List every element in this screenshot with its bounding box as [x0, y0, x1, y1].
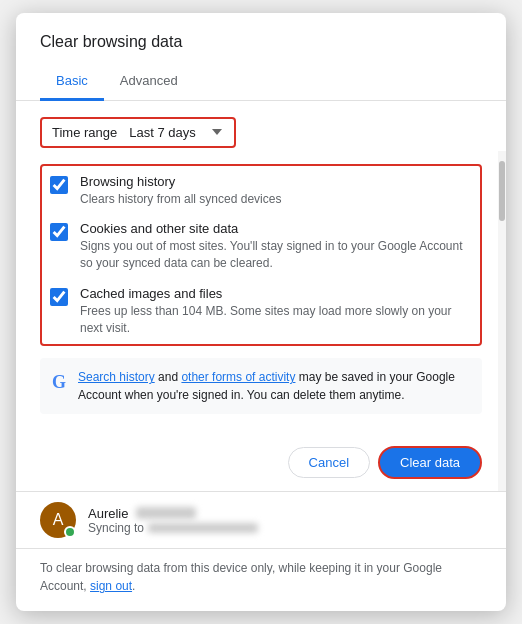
browsing-history-title: Browsing history [80, 174, 472, 189]
account-sync: Syncing to [88, 521, 482, 535]
account-name: Aurelie [88, 506, 482, 521]
cached-checkbox-wrapper[interactable] [50, 288, 68, 309]
sign-out-link[interactable]: sign out [90, 579, 132, 593]
bottom-note: To clear browsing data from this device … [16, 548, 506, 611]
account-name-text: Aurelie [88, 506, 128, 521]
cookies-checkbox-wrapper[interactable] [50, 223, 68, 244]
time-range-label: Time range [52, 125, 117, 140]
info-text-middle: and [155, 370, 182, 384]
checkboxes-section: Browsing history Clears history from all… [40, 164, 482, 347]
account-name-blurred [136, 507, 196, 519]
checkbox-item-cached: Cached images and files Frees up less th… [50, 286, 472, 337]
dialog-body: Time range Last 7 days Last hour Last 24… [16, 101, 506, 439]
browsing-history-desc: Clears history from all synced devices [80, 191, 472, 208]
other-forms-link[interactable]: other forms of activity [181, 370, 295, 384]
account-section: A Aurelie Syncing to [16, 491, 506, 548]
cached-desc: Frees up less than 104 MB. Some sites ma… [80, 303, 472, 337]
time-range-select[interactable]: Last 7 days Last hour Last 24 hours Last… [129, 125, 224, 140]
cookies-title: Cookies and other site data [80, 221, 472, 236]
checkbox-item-browsing-history: Browsing history Clears history from all… [50, 174, 472, 208]
clear-browsing-data-dialog: Clear browsing data Basic Advanced Time … [16, 13, 506, 612]
account-email-blurred [148, 523, 258, 533]
clear-data-button[interactable]: Clear data [378, 446, 482, 479]
cancel-button[interactable]: Cancel [288, 447, 370, 478]
cookies-checkbox[interactable] [50, 223, 68, 241]
dialog-title: Clear browsing data [16, 13, 506, 51]
cookies-desc: Signs you out of most sites. You'll stay… [80, 238, 472, 272]
tabs-container: Basic Advanced [16, 63, 506, 101]
info-text: Search history and other forms of activi… [78, 368, 470, 404]
info-box: G Search history and other forms of acti… [40, 358, 482, 414]
google-g-icon: G [52, 369, 66, 396]
time-range-row: Time range Last 7 days Last hour Last 24… [40, 117, 236, 148]
browsing-history-checkbox[interactable] [50, 176, 68, 194]
bottom-note-text-after: . [132, 579, 135, 593]
checkbox-item-cookies: Cookies and other site data Signs you ou… [50, 221, 472, 272]
sync-prefix: Syncing to [88, 521, 144, 535]
cached-checkbox[interactable] [50, 288, 68, 306]
browsing-history-checkbox-wrapper[interactable] [50, 176, 68, 197]
scrollbar-track[interactable] [498, 151, 506, 491]
account-info: Aurelie Syncing to [88, 506, 482, 535]
scrollbar-thumb [499, 161, 505, 221]
tab-basic[interactable]: Basic [40, 63, 104, 101]
sync-indicator-icon [64, 526, 76, 538]
search-history-link[interactable]: Search history [78, 370, 155, 384]
dialog-footer: Cancel Clear data [16, 438, 506, 491]
avatar: A [40, 502, 76, 538]
avatar-initial: A [53, 511, 64, 529]
cached-title: Cached images and files [80, 286, 472, 301]
tab-advanced[interactable]: Advanced [104, 63, 194, 101]
